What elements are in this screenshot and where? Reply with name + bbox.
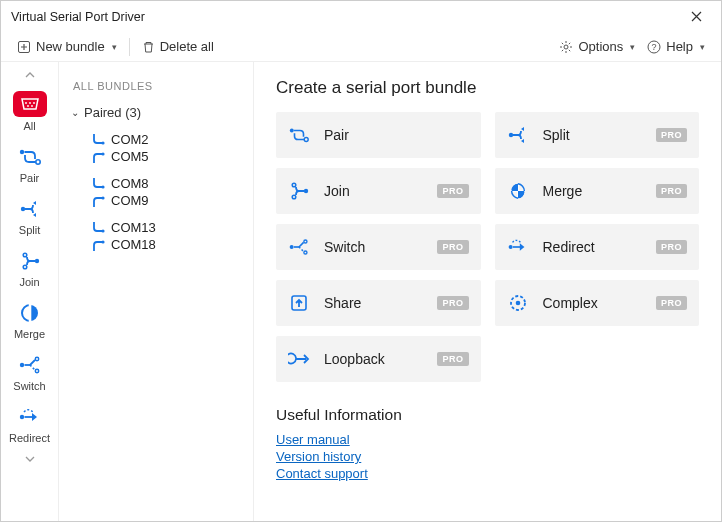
pro-badge: PRO xyxy=(656,296,687,310)
svg-point-30 xyxy=(292,183,296,187)
delete-all-button[interactable]: Delete all xyxy=(138,36,218,57)
bundle-card-split[interactable]: SplitPRO xyxy=(495,112,700,158)
options-label: Options xyxy=(578,39,623,54)
app-window: Virtual Serial Port Driver New bundle ▾ … xyxy=(0,0,722,522)
help-label: Help xyxy=(666,39,693,54)
chevron-down-icon xyxy=(25,456,35,462)
rail-scroll-up[interactable] xyxy=(1,66,58,84)
split-icon xyxy=(19,198,41,220)
bundle-tree: ALL BUNDLES ⌄ Paired (3) COM2COM5COM8COM… xyxy=(59,62,254,521)
svg-point-10 xyxy=(35,160,39,164)
window-title: Virtual Serial Port Driver xyxy=(11,10,691,24)
share-icon xyxy=(288,292,310,314)
com-port-item[interactable]: COM5 xyxy=(91,148,245,165)
card-label: Merge xyxy=(543,183,642,199)
svg-point-32 xyxy=(290,245,294,249)
bundle-card-merge[interactable]: MergePRO xyxy=(495,168,700,214)
com-label: COM5 xyxy=(111,149,149,164)
svg-point-4 xyxy=(25,102,27,104)
connector-bottom-icon xyxy=(91,151,105,163)
tree-group-label: Paired (3) xyxy=(84,105,141,120)
svg-point-27 xyxy=(304,138,308,142)
port-icon xyxy=(19,97,41,111)
loopback-icon xyxy=(288,348,310,370)
svg-point-18 xyxy=(35,369,38,372)
main-heading: Create a serial port bundle xyxy=(276,78,699,98)
new-bundle-button[interactable]: New bundle ▾ xyxy=(13,36,121,57)
card-label: Join xyxy=(324,183,423,199)
rail-label: All xyxy=(23,120,35,132)
svg-point-28 xyxy=(508,133,512,137)
chevron-down-icon: ⌄ xyxy=(71,107,79,118)
split-icon xyxy=(507,124,529,146)
bundle-type-grid: PairSplitPROJoinPROMergePROSwitchPRORedi… xyxy=(276,112,699,382)
body: All Pair Split Join Merge Switch xyxy=(1,62,721,521)
rail-item-pair[interactable]: Pair xyxy=(1,138,58,190)
svg-point-31 xyxy=(292,195,296,199)
svg-point-25 xyxy=(101,240,104,243)
toolbar: New bundle ▾ Delete all Options ▾ ? Help… xyxy=(1,32,721,62)
rail-item-merge[interactable]: Merge xyxy=(1,294,58,346)
rail-chip xyxy=(13,91,47,117)
svg-point-38 xyxy=(515,301,520,306)
info-link[interactable]: User manual xyxy=(276,432,699,447)
bundle-card-share[interactable]: SharePRO xyxy=(276,280,481,326)
chevron-down-icon: ▾ xyxy=(700,42,705,52)
connector-bottom-icon xyxy=(91,239,105,251)
com-port-item[interactable]: COM13 xyxy=(91,219,245,236)
rail-scroll-down[interactable] xyxy=(1,450,58,468)
svg-point-24 xyxy=(101,229,104,232)
com-port-item[interactable]: COM8 xyxy=(91,175,245,192)
complex-icon xyxy=(507,292,529,314)
switch-icon xyxy=(288,236,310,258)
info-links: User manualVersion historyContact suppor… xyxy=(276,432,699,481)
toolbar-separator xyxy=(129,38,130,56)
svg-point-23 xyxy=(101,196,104,199)
svg-point-29 xyxy=(304,189,308,193)
svg-point-19 xyxy=(19,415,23,419)
main-panel: Create a serial port bundle PairSplitPRO… xyxy=(254,62,721,521)
rail-item-split[interactable]: Split xyxy=(1,190,58,242)
bundle-card-redirect[interactable]: RedirectPRO xyxy=(495,224,700,270)
pro-badge: PRO xyxy=(437,296,468,310)
tree-group-paired[interactable]: ⌄ Paired (3) xyxy=(69,102,245,123)
options-button[interactable]: Options ▾ xyxy=(555,36,639,57)
info-link[interactable]: Version history xyxy=(276,449,699,464)
svg-rect-15 xyxy=(28,304,31,322)
help-button[interactable]: ? Help ▾ xyxy=(643,36,709,57)
svg-point-9 xyxy=(19,150,23,154)
merge-icon xyxy=(507,180,529,202)
bundle-card-pair[interactable]: Pair xyxy=(276,112,481,158)
bundle-card-complex[interactable]: ComplexPRO xyxy=(495,280,700,326)
svg-point-22 xyxy=(101,185,104,188)
connector-bottom-icon xyxy=(91,195,105,207)
bundle-card-loopback[interactable]: LoopbackPRO xyxy=(276,336,481,382)
rail-item-switch[interactable]: Switch xyxy=(1,346,58,398)
new-bundle-icon xyxy=(17,40,31,54)
rail-item-all[interactable]: All xyxy=(1,84,58,138)
rail-label: Switch xyxy=(13,380,45,392)
com-label: COM8 xyxy=(111,176,149,191)
close-button[interactable] xyxy=(691,11,711,22)
connector-top-icon xyxy=(91,222,105,234)
card-label: Loopback xyxy=(324,351,423,367)
tree-header: ALL BUNDLES xyxy=(73,80,245,92)
com-port-item[interactable]: COM9 xyxy=(91,192,245,209)
svg-point-13 xyxy=(23,253,27,257)
switch-icon xyxy=(18,355,42,375)
rail-label: Join xyxy=(19,276,39,288)
bundle-card-join[interactable]: JoinPRO xyxy=(276,168,481,214)
svg-point-16 xyxy=(19,363,23,367)
rail-item-redirect[interactable]: Redirect xyxy=(1,398,58,450)
com-port-item[interactable]: COM18 xyxy=(91,236,245,253)
info-link[interactable]: Contact support xyxy=(276,466,699,481)
chevron-down-icon: ▾ xyxy=(112,42,117,52)
svg-point-7 xyxy=(27,105,29,107)
pro-badge: PRO xyxy=(437,184,468,198)
pro-badge: PRO xyxy=(437,352,468,366)
svg-text:?: ? xyxy=(652,42,657,52)
bundle-card-switch[interactable]: SwitchPRO xyxy=(276,224,481,270)
rail-item-join[interactable]: Join xyxy=(1,242,58,294)
help-icon: ? xyxy=(647,40,661,54)
com-port-item[interactable]: COM2 xyxy=(91,131,245,148)
